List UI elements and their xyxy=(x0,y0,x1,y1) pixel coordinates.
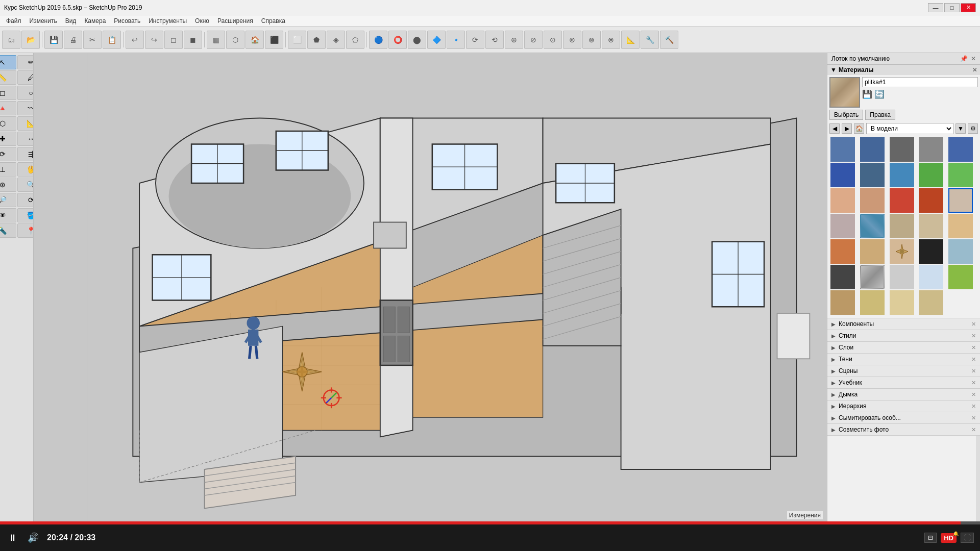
lt-btn-zoom[interactable]: 🔍 xyxy=(17,178,34,192)
toolbar-btn-save[interactable]: 💾 xyxy=(44,31,63,49)
mat-icon-1[interactable]: 💾 xyxy=(862,89,872,99)
progress-bar[interactable] xyxy=(0,521,980,524)
material-swatch-wood2[interactable] xyxy=(860,239,885,264)
material-swatch-wood1[interactable] xyxy=(890,214,914,238)
edit-tab-btn[interactable]: Правка xyxy=(865,110,895,120)
toolbar-btn-rect3[interactable]: ▦ xyxy=(207,31,225,49)
lt-btn-pencil[interactable]: 🖊 xyxy=(17,70,34,85)
toolbar-btn-rotate2[interactable]: ⟲ xyxy=(485,31,504,49)
material-swatch-red1[interactable] xyxy=(890,188,914,213)
menu-item-Рисовать[interactable]: Рисовать xyxy=(110,16,144,26)
collapsible-тени[interactable]: ▶ Тени ✕ xyxy=(827,354,980,365)
material-swatch-blue1[interactable] xyxy=(830,137,855,162)
material-swatch-blue5[interactable] xyxy=(860,163,885,187)
collapsible-сымитировать-особ...[interactable]: ▶ Сымитировать особ... ✕ xyxy=(827,412,980,424)
material-swatch-tileblue[interactable] xyxy=(860,214,885,238)
toolbar-btn-paste[interactable]: 📋 xyxy=(103,31,121,49)
toolbar-btn-home[interactable]: 🏠 xyxy=(246,31,264,49)
toolbar-btn-rotate[interactable]: ⟳ xyxy=(466,31,484,49)
hd-badge[interactable]: HD 🔔 xyxy=(941,533,957,543)
toolbar-btn-star[interactable]: ⊛ xyxy=(582,31,601,49)
minimize-button[interactable]: — xyxy=(928,3,943,12)
material-swatch-tile2[interactable] xyxy=(830,214,855,238)
toolbar-btn-print[interactable]: 🖨 xyxy=(64,31,82,49)
lt-btn-paint[interactable]: 🪣 xyxy=(17,208,34,222)
menu-item-Расширения[interactable]: Расширения xyxy=(213,16,257,26)
pin-icon[interactable]: 📌 xyxy=(960,55,968,62)
collapsible-дымка[interactable]: ▶ Дымка ✕ xyxy=(827,389,980,400)
collapsible-иерархия[interactable]: ▶ Иерархия ✕ xyxy=(827,400,980,412)
collapsible-close[interactable]: ✕ xyxy=(971,356,976,363)
lt-btn-select[interactable]: ↖ xyxy=(0,55,16,69)
lt-btn-scale[interactable]: ⇶ xyxy=(17,147,34,161)
material-swatch-blue6[interactable] xyxy=(890,163,914,187)
toolbar-btn-wrench[interactable]: 🔧 xyxy=(641,31,659,49)
material-swatch-black1[interactable] xyxy=(919,239,943,264)
collapsible-close[interactable]: ✕ xyxy=(971,391,976,398)
toolbar-btn-rect1[interactable]: ◻ xyxy=(164,31,183,49)
toolbar-btn-hex[interactable]: ⬡ xyxy=(226,31,244,49)
lt-btn-pan[interactable]: ⊕ xyxy=(0,178,16,192)
fullscreen-button[interactable]: ⛶ xyxy=(961,533,974,543)
toolbar-btn-penta[interactable]: ⬟ xyxy=(307,31,326,49)
material-swatch-brick1[interactable] xyxy=(860,290,885,315)
toolbar-btn-circle1[interactable]: 🔵 xyxy=(369,31,387,49)
toolbar-btn-diamond3[interactable]: 🔹 xyxy=(447,31,465,49)
collapsible-close[interactable]: ✕ xyxy=(971,427,976,433)
material-swatch-star[interactable] xyxy=(890,239,914,264)
lt-btn-pin[interactable]: 📍 xyxy=(17,223,34,238)
toolbar-btn-diamond2[interactable]: 🔷 xyxy=(427,31,446,49)
toolbar-btn-diamond[interactable]: ◈ xyxy=(327,31,345,49)
lt-btn-push[interactable]: ✚ xyxy=(0,132,16,146)
lt-btn-hex[interactable]: ⬡ xyxy=(0,116,16,131)
toolbar-btn-ruler[interactable]: 📐 xyxy=(621,31,640,49)
menu-item-Файл[interactable]: Файл xyxy=(2,16,26,26)
material-swatch-blue3[interactable] xyxy=(948,137,973,162)
menu-item-Вид[interactable]: Вид xyxy=(61,16,81,26)
toolbar-btn-remove[interactable]: ⊘ xyxy=(524,31,543,49)
lt-btn-walk[interactable]: ⟳ xyxy=(17,193,34,207)
toolbar-btn-new[interactable]: 🗂 xyxy=(2,31,20,49)
toolbar-btn-sq2[interactable]: ⬜ xyxy=(288,31,306,49)
material-swatch-gray2[interactable] xyxy=(919,137,943,162)
toolbar-btn-add[interactable]: ⊕ xyxy=(505,31,523,49)
lt-btn-eraser[interactable]: ✏ xyxy=(17,55,34,69)
close-button[interactable]: ✕ xyxy=(961,3,976,12)
collapsible-close[interactable]: ✕ xyxy=(971,321,976,328)
collapsible-close[interactable]: ✕ xyxy=(971,415,976,421)
material-swatch-lightblue[interactable] xyxy=(948,239,973,264)
material-swatch-brick2[interactable] xyxy=(890,290,914,315)
materials-header[interactable]: ▼ Материалы ✕ xyxy=(827,65,980,75)
material-swatch-darkgray[interactable] xyxy=(830,265,855,289)
material-swatch-peach2[interactable] xyxy=(860,188,885,213)
material-swatch-green2[interactable] xyxy=(948,163,973,187)
mat-dropdown-arrow[interactable]: ▼ xyxy=(955,123,966,134)
lt-btn-circle[interactable]: ○ xyxy=(17,86,34,100)
collapsible-сцены[interactable]: ▶ Сцены ✕ xyxy=(827,365,980,377)
toolbar-btn-eq[interactable]: ⊜ xyxy=(602,31,620,49)
mat-settings-btn[interactable]: ⚙ xyxy=(968,123,978,134)
toolbar-btn-circle3[interactable]: ⬤ xyxy=(408,31,426,49)
toolbar-btn-hammer[interactable]: 🔨 xyxy=(660,31,678,49)
material-swatch-brown1[interactable] xyxy=(830,290,855,315)
volume-button[interactable]: 🔊 xyxy=(26,531,41,544)
mat-home-btn[interactable]: 🏠 xyxy=(854,123,864,134)
toolbar-btn-center[interactable]: ⊙ xyxy=(544,31,562,49)
material-swatch-gray3[interactable] xyxy=(860,265,885,289)
lt-btn-rotate[interactable]: ⟳ xyxy=(0,147,16,161)
material-swatch-sand1[interactable] xyxy=(919,214,943,238)
material-swatch-green1[interactable] xyxy=(919,163,943,187)
toolbar-btn-open[interactable]: 📂 xyxy=(21,31,40,49)
toolbar-btn-cut[interactable]: ✂ xyxy=(83,31,102,49)
toolbar-btn-undo[interactable]: ↩ xyxy=(126,31,144,49)
toolbar-btn-circle2[interactable]: ⭕ xyxy=(388,31,407,49)
mat-forward-btn[interactable]: ▶ xyxy=(842,123,852,134)
lt-btn-tape[interactable]: 📏 xyxy=(0,70,16,85)
lt-btn-look[interactable]: 👁 xyxy=(0,208,16,222)
lt-btn-offset[interactable]: ⊥ xyxy=(0,162,16,177)
material-swatch-blue4[interactable] xyxy=(830,163,855,187)
right-scrollbar[interactable] xyxy=(976,436,980,521)
collapsible-стили[interactable]: ▶ Стили ✕ xyxy=(827,330,980,342)
maximize-button[interactable]: □ xyxy=(944,3,960,12)
menu-item-Справка[interactable]: Справка xyxy=(257,16,289,26)
